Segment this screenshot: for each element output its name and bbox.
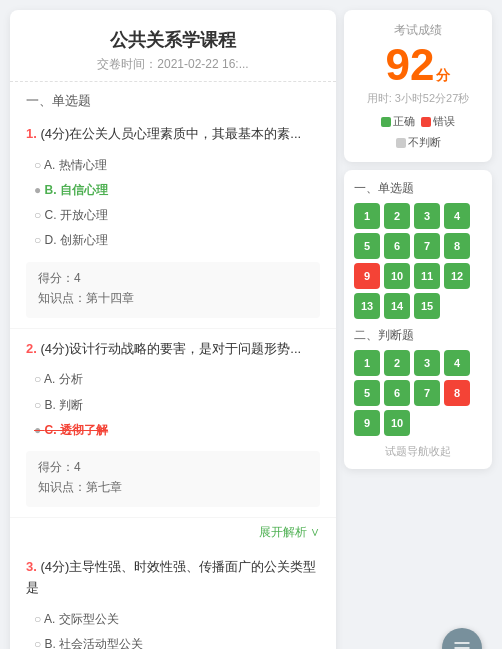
nav-btn-12[interactable]: 12 [444,263,470,289]
score-big: 92 [386,43,435,87]
nav-grid-section1[interactable]: 123456789101112131415 [354,203,482,319]
legend-wrong: 错误 [421,114,455,129]
q2-option-b: B. 判断 [34,393,320,418]
card-header: 公共关系学课程 交卷时间：2021-02-22 16:... [10,10,336,82]
q3-text: (4分)主导性强、时效性强、传播面广的公关类型是 [26,559,316,595]
q3-options: A. 交际型公关 B. 社会活动型公关 [26,607,320,650]
nav-btn-1[interactable]: 1 [354,350,380,376]
wrong-dot [421,117,431,127]
legend-correct: 正确 [381,114,415,129]
nav-btn-5[interactable]: 5 [354,380,380,406]
q1-option-c: C. 开放心理 [34,203,320,228]
nav-btn-10[interactable]: 10 [384,263,410,289]
nav-btn-11[interactable]: 11 [414,263,440,289]
q1-options: A. 热情心理 B. 自信心理 C. 开放心理 D. 创新心理 [26,153,320,254]
right-panel: 考试成绩 92 分 用时: 3小时52分27秒 正确 错误 不判断 [344,10,492,649]
nav-btn-2[interactable]: 2 [384,350,410,376]
score-time: 用时: 3小时52分27秒 [356,91,480,106]
nav-btn-13[interactable]: 13 [354,293,380,319]
nav-card: 一、单选题 123456789101112131415 二、判断题 123456… [344,170,492,469]
q3-number: 3. [26,559,37,574]
nav-btn-8[interactable]: 8 [444,233,470,259]
q1-option-b: B. 自信心理 [34,178,320,203]
q1-score-box: 得分：4 知识点：第十四章 [26,262,320,318]
question-2-title: 2. (4分)设计行动战略的要害，是对于问题形势... [26,339,320,360]
wrong-label: 错误 [433,114,455,129]
score-card: 考试成绩 92 分 用时: 3小时52分27秒 正确 错误 不判断 [344,10,492,162]
q3-option-b: B. 社会活动型公关 [34,632,320,649]
expand-analysis-btn[interactable]: 展开解析 ∨ [10,518,336,547]
question-1-title: 1. (4分)在公关人员心理素质中，其最基本的素... [26,124,320,145]
nav-btn-2[interactable]: 2 [384,203,410,229]
nav-btn-3[interactable]: 3 [414,203,440,229]
nav-btn-7[interactable]: 7 [414,380,440,406]
nav-btn-9[interactable]: 9 [354,263,380,289]
q2-number: 2. [26,341,37,356]
nav-btn-4[interactable]: 4 [444,203,470,229]
skip-label: 不判断 [408,135,441,150]
q1-option-d: D. 创新心理 [34,228,320,253]
q1-score: 得分：4 [38,270,308,287]
nav-btn-9[interactable]: 9 [354,410,380,436]
nav-btn-5[interactable]: 5 [354,233,380,259]
correct-dot [381,117,391,127]
correct-label: 正确 [393,114,415,129]
submit-time: 交卷时间：2021-02-22 16:... [26,56,320,73]
page-title: 公共关系学课程 [26,28,320,52]
nav-grid-section2[interactable]: 12345678910 [354,350,482,436]
q2-score-box: 得分：4 知识点：第七章 [26,451,320,507]
score-unit: 分 [436,67,450,85]
nav-btn-6[interactable]: 6 [384,233,410,259]
nav-btn-10[interactable]: 10 [384,410,410,436]
question-block-1: 1. (4分)在公关人员心理素质中，其最基本的素... A. 热情心理 B. 自… [10,114,336,329]
q2-options: A. 分析 B. 判断 C. 透彻了解 [26,367,320,443]
nav-section1-label: 一、单选题 [354,180,482,197]
q3-option-a: A. 交际型公关 [34,607,320,632]
nav-btn-8[interactable]: 8 [444,380,470,406]
score-card-label: 考试成绩 [356,22,480,39]
nav-icon [452,638,472,649]
question-block-2: 2. (4分)设计行动战略的要害，是对于问题形势... A. 分析 B. 判断 … [10,329,336,518]
nav-btn-1[interactable]: 1 [354,203,380,229]
nav-btn-14[interactable]: 14 [384,293,410,319]
q2-knowledge: 知识点：第七章 [38,479,308,496]
nav-btn-3[interactable]: 3 [414,350,440,376]
q2-text: (4分)设计行动战略的要害，是对于问题形势... [40,341,301,356]
legend-row: 正确 错误 不判断 [356,114,480,150]
nav-btn-4[interactable]: 4 [444,350,470,376]
question-block-3: 3. (4分)主导性强、时效性强、传播面广的公关类型是 A. 交际型公关 B. … [10,547,336,649]
nav-btn-7[interactable]: 7 [414,233,440,259]
nav-btn-15[interactable]: 15 [414,293,440,319]
skip-dot [396,138,406,148]
q1-number: 1. [26,126,37,141]
q2-option-c: C. 透彻了解 [34,418,320,443]
q1-option-a: A. 热情心理 [34,153,320,178]
nav-btn-6[interactable]: 6 [384,380,410,406]
section-1-label: 一、单选题 [10,82,336,114]
q2-score: 得分：4 [38,459,308,476]
q1-text: (4分)在公关人员心理素质中，其最基本的素... [40,126,301,141]
nav-section2-label: 二、判断题 [354,327,482,344]
legend-skip: 不判断 [396,135,441,150]
nav-footer[interactable]: 试题导航收起 [354,444,482,459]
q1-knowledge: 知识点：第十四章 [38,290,308,307]
q2-option-a: A. 分析 [34,367,320,392]
question-3-title: 3. (4分)主导性强、时效性强、传播面广的公关类型是 [26,557,320,599]
